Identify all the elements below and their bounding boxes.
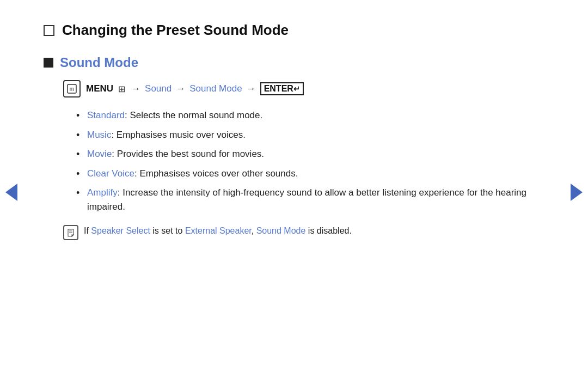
- section-title-text: Sound Mode: [60, 55, 138, 70]
- note-line: If Speaker Select is set to External Spe…: [63, 224, 544, 240]
- nav-arrow-3: →: [247, 83, 256, 94]
- list-item: Standard: Selects the normal sound mode.: [76, 108, 544, 123]
- note-sound-mode: Sound Mode: [256, 226, 306, 235]
- nav-arrow-2: →: [176, 83, 185, 94]
- menu-navigation-line: m MENU ⊞ → Sound → Sound Mode → ENTER↵: [63, 80, 544, 97]
- svg-text:m: m: [70, 86, 74, 92]
- desc-music: : Emphasises music over voices.: [111, 130, 246, 140]
- nav-arrow-left[interactable]: [5, 184, 17, 201]
- list-item: Clear Voice: Emphasises voices over othe…: [76, 167, 544, 181]
- desc-clear-voice: : Emphasises voices over other sounds.: [134, 168, 298, 179]
- list-item: Music: Emphasises music over voices.: [76, 128, 544, 142]
- enter-arrow-icon: ↵: [293, 84, 300, 93]
- term-movie: Movie: [87, 149, 112, 159]
- sound-link[interactable]: Sound: [145, 83, 171, 94]
- main-title-text: Changing the Preset Sound Mode: [62, 22, 289, 39]
- term-standard: Standard: [87, 110, 125, 120]
- section-square-icon: [44, 58, 53, 68]
- note-external-speaker: External Speaker: [185, 226, 252, 235]
- nav-arrow-1: →: [131, 83, 140, 94]
- enter-button: ENTER↵: [260, 82, 304, 95]
- nav-arrow-right[interactable]: [571, 184, 583, 201]
- sound-mode-link[interactable]: Sound Mode: [189, 83, 242, 94]
- page-container: Changing the Preset Sound Mode Sound Mod…: [0, 0, 588, 262]
- title-checkbox-icon: [44, 25, 54, 36]
- list-item: Movie: Provides the best sound for movie…: [76, 147, 544, 161]
- menu-label: MENU: [86, 83, 113, 94]
- bullet-list: Standard: Selects the normal sound mode.…: [76, 108, 544, 214]
- desc-movie: : Provides the best sound for movies.: [112, 149, 264, 159]
- note-text: If Speaker Select is set to External Spe…: [84, 224, 352, 237]
- desc-standard: : Selects the normal sound mode.: [125, 110, 262, 120]
- enter-label: ENTER: [264, 84, 293, 94]
- term-amplify: Amplify: [87, 187, 118, 198]
- note-speaker-select: Speaker Select: [91, 226, 150, 235]
- section-title-block: Sound Mode: [44, 55, 544, 70]
- term-music: Music: [87, 130, 111, 140]
- arrow-1: ⊞: [118, 84, 125, 94]
- term-clear-voice: Clear Voice: [87, 168, 134, 179]
- desc-amplify: : Increase the intensity of high-frequen…: [87, 187, 526, 212]
- main-title-block: Changing the Preset Sound Mode: [44, 22, 544, 39]
- list-item: Amplify: Increase the intensity of high-…: [76, 186, 544, 214]
- note-icon: [63, 225, 78, 240]
- menu-icon: m: [63, 80, 81, 97]
